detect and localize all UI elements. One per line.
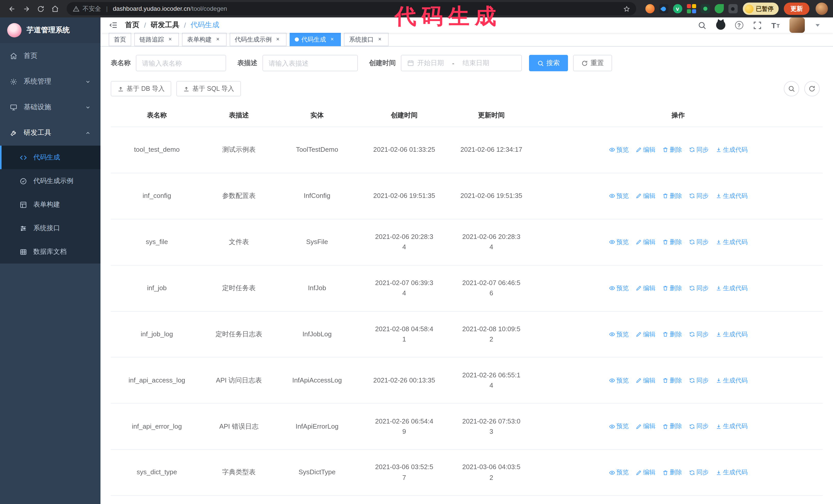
tag-codegen-example[interactable]: 代码生成示例× bbox=[230, 33, 287, 46]
sync-link[interactable]: 同步 bbox=[689, 237, 709, 247]
extension-grid-icon[interactable] bbox=[687, 4, 696, 13]
browser-update-button[interactable]: 更新 bbox=[784, 3, 809, 15]
close-icon[interactable]: × bbox=[329, 36, 336, 43]
generate-code-link[interactable]: 生成代码 bbox=[715, 376, 748, 385]
close-icon[interactable]: × bbox=[167, 36, 174, 43]
tag-form-builder[interactable]: 表单构建× bbox=[182, 33, 227, 46]
date-range-picker[interactable]: 开始日期 - 结束日期 bbox=[401, 55, 522, 71]
extension-check-icon[interactable]: v bbox=[673, 4, 682, 13]
generate-code-link[interactable]: 生成代码 bbox=[715, 422, 748, 431]
extension-leaf-icon[interactable] bbox=[714, 4, 723, 13]
delete-link[interactable]: 删除 bbox=[662, 468, 682, 477]
edit-link[interactable]: 编辑 bbox=[635, 422, 656, 431]
extension-fox-icon[interactable] bbox=[645, 4, 654, 13]
generate-code-link[interactable]: 生成代码 bbox=[715, 191, 748, 201]
tag-tracing[interactable]: 链路追踪× bbox=[134, 33, 179, 46]
delete-link[interactable]: 删除 bbox=[662, 145, 682, 154]
search-icon[interactable] bbox=[697, 21, 706, 29]
import-db-button[interactable]: 基于 DB 导入 bbox=[111, 81, 171, 96]
close-icon[interactable]: × bbox=[274, 36, 281, 43]
import-sql-button[interactable]: 基于 SQL 导入 bbox=[176, 81, 241, 96]
github-icon[interactable] bbox=[716, 21, 725, 30]
tag-codegen-active[interactable]: 代码生成× bbox=[290, 33, 341, 46]
trash-icon bbox=[662, 423, 668, 429]
cell-table-name: sys_dict_data bbox=[111, 496, 203, 504]
preview-link[interactable]: 预览 bbox=[609, 284, 629, 293]
preview-link[interactable]: 预览 bbox=[609, 422, 629, 431]
delete-link[interactable]: 删除 bbox=[662, 376, 682, 385]
tag-system-api[interactable]: 系统接口× bbox=[344, 33, 388, 46]
sidebar-item-infra[interactable]: 基础设施 bbox=[0, 94, 100, 120]
refresh-table-button[interactable] bbox=[804, 81, 820, 96]
preview-link[interactable]: 预览 bbox=[609, 191, 629, 201]
edit-link[interactable]: 编辑 bbox=[635, 145, 656, 154]
delete-link[interactable]: 删除 bbox=[662, 284, 682, 293]
browser-home-button[interactable] bbox=[48, 2, 62, 16]
cell-table-desc: API 访问日志表 bbox=[203, 357, 275, 404]
profile-paused-chip[interactable]: 已暂停 bbox=[742, 3, 779, 15]
generate-code-link[interactable]: 生成代码 bbox=[715, 284, 748, 293]
search-button[interactable]: 搜索 bbox=[529, 55, 568, 71]
edit-link[interactable]: 编辑 bbox=[635, 237, 656, 247]
bookmark-star-icon[interactable] bbox=[623, 5, 630, 12]
extensions-puzzle-icon[interactable] bbox=[728, 4, 737, 13]
fullscreen-icon[interactable] bbox=[753, 21, 761, 29]
sidebar-item-codegen-example[interactable]: 代码生成示例 bbox=[0, 169, 100, 193]
close-icon[interactable]: × bbox=[214, 36, 221, 43]
user-avatar[interactable] bbox=[789, 18, 805, 33]
sync-link[interactable]: 同步 bbox=[689, 376, 709, 385]
preview-link[interactable]: 预览 bbox=[609, 237, 629, 247]
generate-code-link[interactable]: 生成代码 bbox=[715, 468, 748, 477]
font-size-icon[interactable]: TT bbox=[771, 21, 780, 29]
browser-reload-button[interactable] bbox=[34, 2, 47, 16]
toggle-search-button[interactable] bbox=[784, 81, 799, 96]
preview-link[interactable]: 预览 bbox=[609, 330, 629, 339]
table-name-input[interactable] bbox=[142, 59, 220, 67]
delete-link[interactable]: 删除 bbox=[662, 422, 682, 431]
sync-link[interactable]: 同步 bbox=[689, 468, 709, 477]
sync-link[interactable]: 同步 bbox=[689, 422, 709, 431]
browser-back-button[interactable] bbox=[5, 2, 19, 16]
edit-link[interactable]: 编辑 bbox=[635, 468, 656, 477]
sidebar-item-system-api[interactable]: 系统接口 bbox=[0, 216, 100, 240]
cell-updated: 2021-02-26 06:55:1 4 bbox=[449, 357, 533, 404]
delete-link[interactable]: 删除 bbox=[662, 237, 682, 247]
generate-code-link[interactable]: 生成代码 bbox=[715, 145, 748, 154]
generate-code-link[interactable]: 生成代码 bbox=[715, 330, 748, 339]
edit-link[interactable]: 编辑 bbox=[635, 284, 656, 293]
close-icon[interactable]: × bbox=[376, 36, 383, 43]
sidebar-logo[interactable]: 芋道管理系统 bbox=[0, 18, 100, 43]
sidebar-item-form-builder[interactable]: 表单构建 bbox=[0, 193, 100, 216]
sync-link[interactable]: 同步 bbox=[689, 284, 709, 293]
reset-button[interactable]: 重置 bbox=[573, 55, 612, 71]
extension-dark-icon[interactable] bbox=[700, 4, 710, 13]
sidebar-item-db-docs[interactable]: 数据库文档 bbox=[0, 240, 100, 264]
extension-drop-icon[interactable] bbox=[659, 4, 668, 13]
sidebar-item-codegen[interactable]: 代码生成 bbox=[0, 146, 100, 169]
sidebar-toggle-icon[interactable] bbox=[109, 21, 118, 30]
sidebar-item-devtools[interactable]: 研发工具 bbox=[0, 120, 100, 146]
address-bar[interactable]: 不安全 | dashboard.yudao.iocoder.cn/tool/co… bbox=[67, 2, 636, 16]
browser-profile-avatar[interactable] bbox=[815, 3, 828, 15]
preview-link[interactable]: 预览 bbox=[609, 468, 629, 477]
edit-link[interactable]: 编辑 bbox=[635, 376, 656, 385]
sync-link[interactable]: 同步 bbox=[689, 330, 709, 339]
delete-link[interactable]: 删除 bbox=[662, 191, 682, 201]
breadcrumb-item-devtools[interactable]: 研发工具 bbox=[151, 21, 180, 30]
browser-forward-button[interactable] bbox=[20, 2, 33, 16]
edit-link[interactable]: 编辑 bbox=[635, 191, 656, 201]
sync-link[interactable]: 同步 bbox=[689, 145, 709, 154]
preview-link[interactable]: 预览 bbox=[609, 145, 629, 154]
avatar-caret-down-icon[interactable] bbox=[815, 24, 820, 26]
sidebar-item-system[interactable]: 系统管理 bbox=[0, 69, 100, 94]
help-icon[interactable]: ? bbox=[735, 21, 743, 29]
breadcrumb-item-home[interactable]: 首页 bbox=[125, 21, 139, 30]
table-desc-input[interactable] bbox=[269, 59, 352, 67]
sync-link[interactable]: 同步 bbox=[689, 191, 709, 201]
generate-code-link[interactable]: 生成代码 bbox=[715, 237, 748, 247]
preview-link[interactable]: 预览 bbox=[609, 376, 629, 385]
edit-link[interactable]: 编辑 bbox=[635, 330, 656, 339]
sidebar-item-home[interactable]: 首页 bbox=[0, 43, 100, 69]
delete-link[interactable]: 删除 bbox=[662, 330, 682, 339]
tag-home[interactable]: 首页 bbox=[109, 33, 131, 46]
